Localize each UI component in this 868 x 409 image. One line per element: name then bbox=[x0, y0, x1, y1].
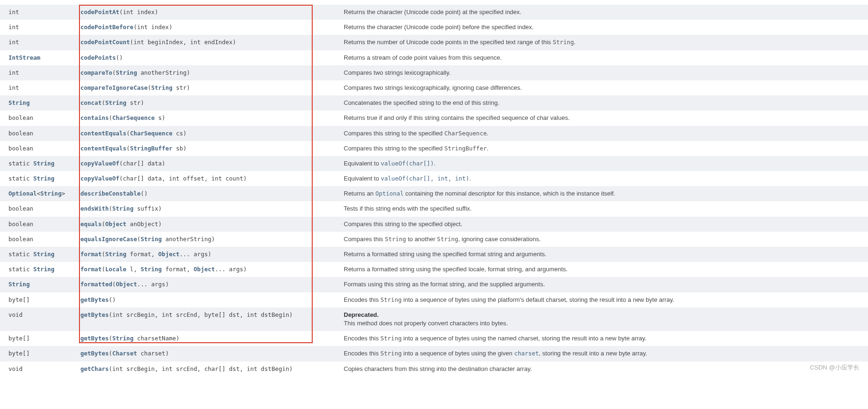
text: Returns the character (Unicode code poin… bbox=[344, 8, 521, 16]
method-type-link[interactable]: getBytes bbox=[80, 311, 109, 318]
method-type-link[interactable]: contentEquals bbox=[80, 130, 126, 137]
method-type-link[interactable]: equalsIgnoreCase bbox=[80, 236, 137, 243]
description-cell: Equivalent to valueOf(char[]). bbox=[341, 156, 868, 171]
return-type-cell: static String bbox=[0, 171, 78, 186]
text: (int srcBegin, int srcEnd, byte[] dst, i… bbox=[109, 311, 292, 318]
description-cell: Returns a formatted string using the spe… bbox=[341, 262, 868, 277]
method-type-link[interactable]: getBytes bbox=[80, 296, 109, 303]
text: ( bbox=[148, 84, 151, 91]
method-type-link[interactable]: format bbox=[80, 251, 102, 258]
method-type-link[interactable]: String bbox=[105, 251, 126, 258]
method-type-link[interactable]: compareToIgnoreCase bbox=[80, 84, 148, 91]
method-type-link[interactable]: describeConstable bbox=[80, 190, 141, 197]
text: , storing the result into a new byte arr… bbox=[539, 350, 647, 357]
method-type-link[interactable]: String bbox=[112, 335, 134, 342]
text: Returns true if and only if this string … bbox=[344, 114, 570, 121]
return-type-cell: IntStream bbox=[0, 50, 78, 65]
method-type-link[interactable]: Object bbox=[105, 220, 126, 228]
method-type-link[interactable]: getChars bbox=[80, 365, 109, 372]
table-row: Stringformatted(Object... args)Formats u… bbox=[0, 277, 868, 292]
method-signature-cell: getBytes(Charset charset) bbox=[78, 346, 341, 361]
text: Formats using this string as the format … bbox=[344, 281, 545, 288]
type-type-link[interactable]: String bbox=[33, 266, 55, 273]
type-type-link[interactable]: String bbox=[33, 175, 55, 182]
text: . bbox=[487, 145, 489, 152]
table-row: byte[]getBytes()Encodes this String into… bbox=[0, 292, 868, 307]
method-type-link[interactable]: endsWith bbox=[80, 205, 109, 212]
inline-link[interactable]: Optional bbox=[375, 190, 403, 197]
method-type-link[interactable]: CharSequence bbox=[130, 130, 172, 137]
method-type-link[interactable]: copyValueOf bbox=[80, 160, 119, 167]
text: Returns a stream of code point values fr… bbox=[344, 54, 502, 61]
inline-link[interactable]: valueOf(char[]) bbox=[381, 160, 434, 167]
method-type-link[interactable]: String bbox=[141, 266, 162, 273]
method-type-link[interactable]: compareTo bbox=[80, 69, 112, 76]
method-type-link[interactable]: equals bbox=[80, 220, 102, 228]
type-type-link[interactable]: String bbox=[33, 160, 55, 167]
text: < bbox=[37, 190, 40, 197]
inline-link[interactable]: charset bbox=[514, 350, 539, 357]
text: charsetName) bbox=[134, 335, 180, 342]
text: byte[] bbox=[8, 335, 30, 342]
text: str) bbox=[126, 99, 144, 106]
method-type-link[interactable]: String bbox=[116, 69, 137, 76]
text: static bbox=[8, 160, 33, 167]
method-signature-cell: equals(Object anObject) bbox=[78, 217, 341, 232]
text: Compares this string to the specified ob… bbox=[344, 220, 462, 228]
method-type-link[interactable]: codePointBefore bbox=[80, 24, 134, 31]
method-type-link[interactable]: formatted bbox=[80, 281, 112, 288]
description-cell: Encodes this String into a sequence of b… bbox=[341, 292, 868, 307]
method-signature-cell: contains(CharSequence s) bbox=[78, 110, 341, 126]
text: boolean bbox=[8, 220, 33, 228]
text: Returns a formatted string using the spe… bbox=[344, 251, 546, 258]
method-type-link[interactable]: Locale bbox=[105, 266, 126, 273]
method-type-link[interactable]: String bbox=[151, 84, 173, 91]
type-type-link[interactable]: Optional bbox=[8, 190, 37, 197]
code-text: String bbox=[385, 236, 406, 243]
text: to another bbox=[406, 236, 437, 243]
method-type-link[interactable]: contentEquals bbox=[80, 145, 126, 152]
method-type-link[interactable]: codePoints bbox=[80, 54, 116, 61]
method-type-link[interactable]: getBytes bbox=[80, 335, 109, 342]
text: Returns an bbox=[344, 190, 375, 197]
type-type-link[interactable]: String bbox=[33, 251, 55, 258]
text: () bbox=[109, 296, 116, 303]
method-type-link[interactable]: concat bbox=[80, 99, 102, 106]
method-signature-cell: getBytes(int srcBegin, int srcEnd, byte[… bbox=[78, 307, 341, 331]
method-signature-cell: getBytes() bbox=[78, 292, 341, 307]
method-type-link[interactable]: copyValueOf bbox=[80, 175, 119, 182]
method-signature-cell: formatted(Object... args) bbox=[78, 277, 341, 292]
description-cell: Returns an Optional containing the nomin… bbox=[341, 186, 868, 201]
table-row: voidgetBytes(int srcBegin, int srcEnd, b… bbox=[0, 307, 868, 331]
return-type-cell: String bbox=[0, 95, 78, 110]
method-type-link[interactable]: Object bbox=[116, 281, 137, 288]
method-type-link[interactable]: getBytes bbox=[80, 350, 109, 357]
method-type-link[interactable]: StringBuffer bbox=[130, 145, 172, 152]
method-signature-cell: codePoints() bbox=[78, 50, 341, 65]
text: int bbox=[8, 84, 19, 91]
table-row: voidgetChars(int srcBegin, int srcEnd, c… bbox=[0, 362, 868, 377]
type-type-link[interactable]: IntStream bbox=[8, 54, 40, 61]
method-signature-cell: copyValueOf(char[] data) bbox=[78, 156, 341, 171]
inline-link[interactable]: valueOf(char[], int, int) bbox=[381, 175, 469, 182]
method-type-link[interactable]: String bbox=[112, 205, 134, 212]
table-row: IntStreamcodePoints()Returns a stream of… bbox=[0, 50, 868, 65]
type-type-link[interactable]: String bbox=[8, 99, 30, 106]
text: Compares two strings lexicographically, … bbox=[344, 84, 522, 91]
method-type-link[interactable]: format bbox=[80, 266, 102, 273]
method-type-link[interactable]: Object bbox=[194, 266, 215, 273]
method-type-link[interactable]: codePointAt bbox=[80, 8, 119, 16]
return-type-cell: boolean bbox=[0, 232, 78, 247]
method-type-link[interactable]: Charset bbox=[112, 350, 137, 357]
method-type-link[interactable]: String bbox=[141, 236, 162, 243]
method-type-link[interactable]: CharSequence bbox=[112, 114, 155, 121]
method-type-link[interactable]: Object bbox=[158, 251, 180, 258]
text: cs) bbox=[173, 130, 187, 137]
text: static bbox=[8, 266, 33, 273]
type-type-link[interactable]: String bbox=[8, 281, 30, 288]
type-type-link[interactable]: String bbox=[40, 190, 62, 197]
text: ( bbox=[109, 205, 112, 212]
method-type-link[interactable]: String bbox=[105, 99, 126, 106]
method-type-link[interactable]: contains bbox=[80, 114, 109, 121]
method-type-link[interactable]: codePointCount bbox=[80, 39, 130, 46]
